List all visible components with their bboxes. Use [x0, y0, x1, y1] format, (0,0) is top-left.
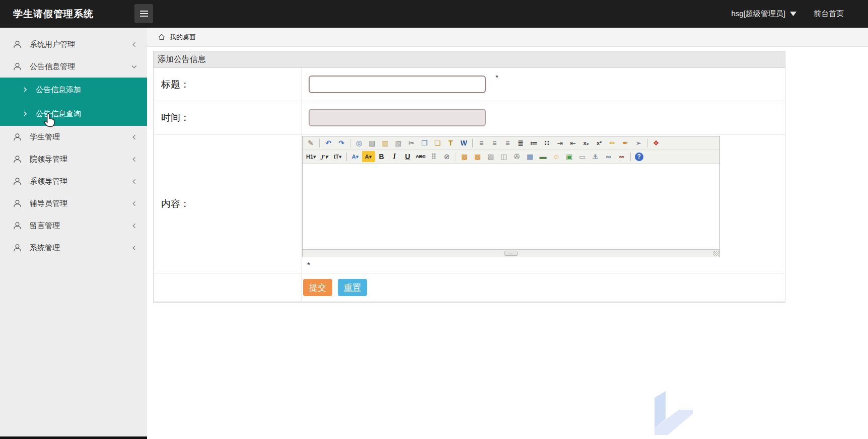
- flash-icon[interactable]: ▨: [484, 151, 497, 162]
- main-content: 我的桌面 添加公告信息 标题： * 时间： 内容： ✎↶↷◎▤▥▧✂❐❏TW≡≡…: [147, 28, 868, 439]
- paste-text-icon[interactable]: T: [444, 137, 457, 149]
- multi-image-icon[interactable]: ▩: [471, 151, 484, 162]
- attachment-icon[interactable]: ✇: [511, 151, 524, 162]
- required-asterisk: *: [302, 257, 785, 273]
- maximize-icon[interactable]: ❖: [649, 137, 663, 149]
- heading-icon[interactable]: H1▾: [304, 151, 318, 162]
- title-field-cell: *: [302, 68, 785, 101]
- editor-resize-handle[interactable]: ···: [504, 251, 518, 256]
- sidebar-item-dept-leaders[interactable]: 系领导管理: [0, 170, 147, 192]
- media-icon[interactable]: ◫: [497, 151, 511, 162]
- image-icon[interactable]: ▩: [458, 151, 471, 162]
- hamburger-button[interactable]: [134, 4, 153, 23]
- anchor-icon[interactable]: ⚓: [589, 151, 602, 162]
- template-icon[interactable]: ▥: [379, 137, 392, 149]
- toolbar-separator: [350, 139, 350, 148]
- link-icon[interactable]: ∞: [602, 151, 615, 162]
- emoticon-icon[interactable]: ☺: [550, 151, 563, 162]
- submenu-item-label: 公告信息添加: [36, 85, 81, 95]
- topbar-right: hsg[超级管理员] 前台首页: [731, 0, 844, 28]
- chevron-left-icon: [131, 201, 137, 206]
- arrow-right-icon: [23, 111, 28, 116]
- cut-icon[interactable]: ✂: [405, 137, 418, 149]
- time-input[interactable]: [309, 109, 486, 126]
- paste-word-icon[interactable]: W: [457, 137, 470, 149]
- chevron-left-icon: [131, 157, 137, 162]
- sidebar-item-students[interactable]: 学生管理: [0, 126, 147, 148]
- quick-style-icon[interactable]: ✒: [619, 137, 632, 149]
- user-menu[interactable]: hsg[超级管理员]: [731, 9, 797, 19]
- person-icon: [13, 221, 22, 231]
- underline-icon[interactable]: U: [401, 151, 414, 162]
- hr-icon[interactable]: ▬: [537, 151, 550, 162]
- table-icon[interactable]: ▦: [524, 151, 537, 162]
- toolbar-separator: [319, 139, 320, 148]
- sidebar-item-system[interactable]: 系统管理: [0, 237, 147, 259]
- align-justify-icon[interactable]: ≣: [514, 137, 527, 149]
- help-icon[interactable]: ?: [635, 153, 643, 161]
- strikethrough-icon[interactable]: ABC: [414, 151, 427, 162]
- page-props-icon[interactable]: ▧: [392, 137, 405, 149]
- arrow-right-icon: [23, 87, 28, 92]
- required-asterisk: *: [495, 73, 498, 82]
- ordered-list-icon[interactable]: ≔: [527, 137, 540, 149]
- brush-icon[interactable]: ✏: [606, 137, 619, 149]
- user-label: hsg[超级管理员]: [731, 9, 785, 19]
- sidebar-item-announcement-query[interactable]: 公告信息查询: [0, 102, 147, 126]
- copy-icon[interactable]: ❐: [418, 137, 431, 149]
- sidebar-item-counselors[interactable]: 辅导员管理: [0, 192, 147, 214]
- text-color-icon[interactable]: A▾: [349, 151, 362, 162]
- content-field-label: 内容：: [154, 134, 302, 273]
- preview-icon[interactable]: ◎: [352, 137, 366, 149]
- sidebar-item-messages[interactable]: 留言管理: [0, 214, 147, 237]
- person-icon: [13, 62, 22, 71]
- highlight-color-icon[interactable]: A▾: [362, 151, 375, 162]
- align-center-icon[interactable]: ≡: [488, 137, 501, 149]
- eraser-icon[interactable]: ⊘: [441, 151, 454, 162]
- italic-icon[interactable]: I: [388, 151, 401, 162]
- align-right-icon[interactable]: ≡: [501, 137, 514, 149]
- outdent-icon[interactable]: ⇤: [566, 137, 580, 149]
- submit-button[interactable]: 提交: [303, 279, 332, 296]
- page-break-icon[interactable]: ▭: [576, 151, 589, 162]
- align-left-icon[interactable]: ≡: [475, 137, 488, 149]
- front-home-link[interactable]: 前台首页: [814, 9, 844, 19]
- editor-body[interactable]: [303, 164, 719, 249]
- sidebar-item-label: 系统管理: [30, 243, 131, 253]
- bullet-list-icon[interactable]: ∷: [540, 137, 553, 149]
- title-input[interactable]: [309, 76, 486, 93]
- chevron-left-icon: [131, 223, 137, 229]
- sidebar-item-label: 系统用户管理: [30, 40, 131, 49]
- font-size-icon[interactable]: tT▾: [331, 151, 344, 162]
- sidebar-item-system-users[interactable]: 系统用户管理: [0, 33, 147, 55]
- breadcrumb[interactable]: 我的桌面: [147, 28, 868, 47]
- redo-icon[interactable]: ↷: [335, 137, 348, 149]
- sidebar-item-college-leaders[interactable]: 院领导管理: [0, 148, 147, 170]
- rich-text-editor: ✎↶↷◎▤▥▧✂❐❏TW≡≡≡≣≔∷⇥⇤x₂x²✏✒➢❖ H1▾Ƒ▾tT▾A▾A…: [302, 136, 720, 257]
- select-all-icon[interactable]: ➢: [632, 137, 645, 149]
- unlink-icon[interactable]: ∞: [615, 151, 628, 162]
- sidebar-item-announcement-add[interactable]: 公告信息添加: [0, 78, 147, 102]
- paste-icon[interactable]: ❏: [431, 137, 444, 149]
- line-height-icon[interactable]: ⠿: [427, 151, 441, 162]
- editor-statusbar: ···: [303, 249, 719, 257]
- font-family-icon[interactable]: Ƒ▾: [318, 151, 331, 162]
- sidebar-item-label: 系领导管理: [30, 177, 131, 186]
- indent-icon[interactable]: ⇥: [553, 137, 566, 149]
- sidebar-item-announcements[interactable]: 公告信息管理: [0, 55, 147, 78]
- print-icon[interactable]: ▤: [366, 137, 379, 149]
- person-icon: [13, 40, 22, 49]
- person-icon: [13, 132, 22, 142]
- superscript-icon[interactable]: x²: [593, 137, 606, 149]
- undo-icon[interactable]: ↶: [322, 137, 335, 149]
- editor-resize-grip[interactable]: [713, 251, 719, 256]
- reset-button[interactable]: 重置: [338, 279, 367, 296]
- image-map-icon[interactable]: ▣: [563, 151, 576, 162]
- bold-icon[interactable]: B: [375, 151, 388, 162]
- buttons-row-spacer: [154, 273, 302, 302]
- announcements-submenu: 公告信息添加 公告信息查询: [0, 78, 147, 126]
- toolbar-separator: [630, 153, 631, 161]
- subscript-icon[interactable]: x₂: [580, 137, 593, 149]
- chevron-left-icon: [131, 134, 137, 140]
- source-icon[interactable]: ✎: [304, 137, 317, 149]
